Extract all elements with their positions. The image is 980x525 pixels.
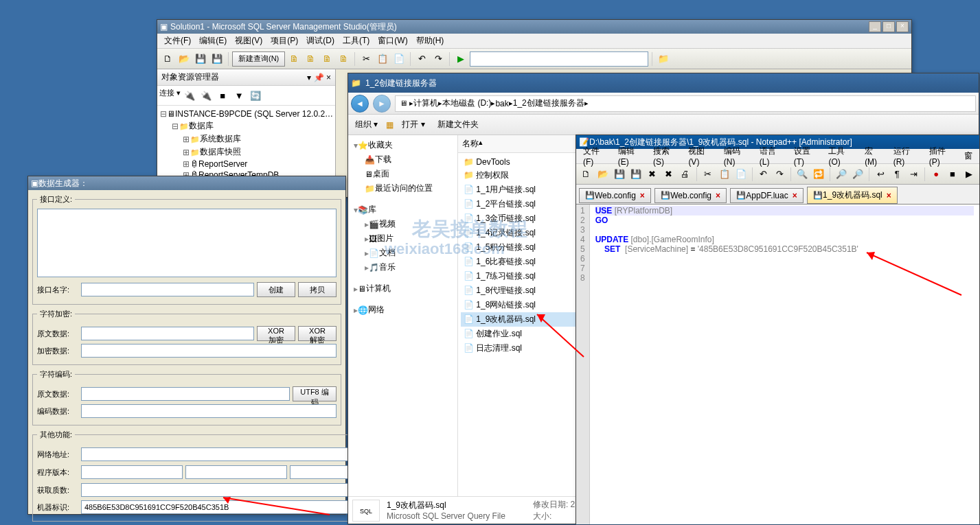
forward-button[interactable]: ► xyxy=(373,95,391,113)
npp-macro-play-icon[interactable]: ▶ xyxy=(961,167,977,182)
open-button[interactable]: 打开 ▾ xyxy=(398,117,429,132)
menu-edit[interactable]: 编辑(E) xyxy=(195,34,231,48)
sidebar-recent[interactable]: 📁 最近访问的位置 xyxy=(351,181,455,196)
npp-menu-encoding[interactable]: 编码(N) xyxy=(720,144,755,168)
copy-button[interactable]: 📋 xyxy=(375,51,390,67)
folder-button[interactable]: 📁 xyxy=(656,51,671,67)
open-button[interactable]: 📂 xyxy=(176,51,192,67)
connect-dropdown[interactable]: 连接 ▾ xyxy=(159,88,181,103)
npp-menu-view[interactable]: 视图(V) xyxy=(684,144,719,168)
breadcrumb[interactable]: 🖥 ▸ 计算机 ▸ 本地磁盘 (D:) ▸ bak ▸ 1_2创建链接服务器 ▸ xyxy=(395,95,976,112)
sidebar-downloads[interactable]: 📥 下载 xyxy=(351,152,455,167)
npp-menu-language[interactable]: 语言(L) xyxy=(755,144,790,168)
oe-filter-icon[interactable]: ▼ xyxy=(231,88,247,103)
npp-paste-icon[interactable]: 📄 xyxy=(733,167,749,182)
npp-menu-settings[interactable]: 设置(T) xyxy=(790,144,825,168)
npp-close-icon[interactable]: ✖ xyxy=(645,167,660,182)
redo-button[interactable]: ↷ xyxy=(431,51,446,67)
npp-menu-file[interactable]: 文件(F) xyxy=(579,144,614,168)
npp-menu-tools[interactable]: 工具(O) xyxy=(824,144,861,168)
npp-wrap-icon[interactable]: ↩ xyxy=(873,167,888,182)
xor-enc-button[interactable]: XOR 加密 xyxy=(257,326,295,341)
db-query-icon-2[interactable]: 🗎 xyxy=(303,51,318,67)
tab-close-icon[interactable]: × xyxy=(640,191,645,200)
ver-input-2[interactable] xyxy=(185,465,287,479)
npp-tab-appdf[interactable]: 💾 AppDF.luac× xyxy=(730,188,803,203)
undo-button[interactable]: ↶ xyxy=(414,51,429,67)
menu-help[interactable]: 帮助(H) xyxy=(412,34,448,48)
npp-menu-search[interactable]: 搜索(S) xyxy=(649,144,684,168)
npp-zoom-in-icon[interactable]: 🔎 xyxy=(834,167,849,182)
npp-tab-sql[interactable]: 💾 1_9改机器码.sql× xyxy=(807,187,898,204)
ssms-combo[interactable] xyxy=(470,51,648,67)
npp-zoom-out-icon[interactable]: 🔎 xyxy=(850,167,865,182)
npp-open-icon[interactable]: 📂 xyxy=(595,167,611,182)
npp-chars-icon[interactable]: ¶ xyxy=(889,167,904,182)
enc-data-input[interactable] xyxy=(81,344,337,358)
db-query-icon[interactable]: 🗎 xyxy=(286,51,301,67)
db-item-snapshot[interactable]: ⊞数据库快照 xyxy=(160,145,332,159)
computer-node[interactable]: ▸🖥 计算机 xyxy=(351,281,455,296)
npp-print-icon[interactable]: 🖨 xyxy=(678,167,693,182)
oe-stop-icon[interactable]: ■ xyxy=(215,88,230,103)
network-node[interactable]: ▸🌐 网络 xyxy=(351,303,455,317)
npp-cut-icon[interactable]: ✂ xyxy=(700,167,716,182)
npp-tab-webconfig2[interactable]: 💾 Web.config× xyxy=(654,188,727,203)
oe-refresh-icon[interactable]: 🔄 xyxy=(248,88,263,103)
sidebar-videos[interactable]: ▸🎬 视频 xyxy=(351,217,455,231)
ver-input-1[interactable] xyxy=(81,465,183,479)
interface-def-text[interactable] xyxy=(37,209,337,277)
close-button[interactable]: × xyxy=(896,21,909,32)
npp-redo-icon[interactable]: ↷ xyxy=(772,167,787,182)
menu-debug[interactable]: 调试(D) xyxy=(302,34,339,48)
sidebar-documents[interactable]: ▸📄 文档 xyxy=(351,246,455,260)
server-node[interactable]: ⊟🖥 INSTANCE-B9PCDE (SQL Server 12.0.2… xyxy=(160,108,332,119)
tab-close-icon[interactable]: × xyxy=(716,191,720,200)
menu-window[interactable]: 窗口(W) xyxy=(374,34,411,48)
tab-close-icon[interactable]: × xyxy=(793,191,797,200)
panel-pin-icon[interactable]: ▾ 📌 × xyxy=(307,73,331,82)
sidebar-music[interactable]: ▸🎵 音乐 xyxy=(351,260,455,275)
databases-node[interactable]: ⊟数据库 xyxy=(160,119,332,132)
new-project-button[interactable]: 🗋 xyxy=(160,51,175,67)
favorites-node[interactable]: ▾⭐ 收藏夹 xyxy=(351,138,455,152)
npp-tab-webconfig1[interactable]: 💾 Web.config× xyxy=(579,188,651,203)
plain-input[interactable] xyxy=(81,327,254,340)
copy-button[interactable]: 拷贝 xyxy=(298,282,337,297)
new-folder-button[interactable]: 新建文件夹 xyxy=(433,117,483,132)
db-query-icon-3[interactable]: 🗎 xyxy=(319,51,334,67)
db-query-icon-4[interactable]: 🗎 xyxy=(336,51,351,67)
npp-find-icon[interactable]: 🔍 xyxy=(795,167,810,182)
db-item-reportserver[interactable]: ⊞🛢 ReportServer xyxy=(160,159,332,170)
interface-name-input[interactable] xyxy=(81,283,254,296)
ssms-titlebar[interactable]: ▣ Solution1 - Microsoft SQL Server Manag… xyxy=(157,20,911,34)
tab-close-icon[interactable]: × xyxy=(887,191,891,200)
run-button[interactable]: ▶ xyxy=(453,51,468,67)
menu-file[interactable]: 文件(F) xyxy=(160,34,195,48)
db-item-sys[interactable]: ⊞系统数据库 xyxy=(160,132,332,145)
sidebar-pictures[interactable]: ▸🖼 图片 xyxy=(351,231,455,246)
npp-menu-macro[interactable]: 宏(M) xyxy=(861,144,889,168)
npp-new-icon[interactable]: 🗋 xyxy=(579,167,594,182)
back-button[interactable]: ◄ xyxy=(351,95,369,113)
libraries-node[interactable]: ▾📚 库 xyxy=(351,202,455,217)
npp-closeall-icon[interactable]: ✖ xyxy=(661,167,676,182)
oe-connect-icon[interactable]: 🔌 xyxy=(182,88,197,103)
sidebar-desktop[interactable]: 🖥 桌面 xyxy=(351,167,455,181)
paste-button[interactable]: 📄 xyxy=(391,51,407,67)
minimize-button[interactable]: _ xyxy=(869,21,881,32)
encode-plain-input[interactable] xyxy=(81,387,290,401)
datagen-titlebar[interactable]: ▣ 数据生成器： xyxy=(28,176,345,190)
npp-menu-edit[interactable]: 编辑(E) xyxy=(614,144,649,168)
cut-button[interactable]: ✂ xyxy=(358,51,374,67)
menu-project[interactable]: 项目(P) xyxy=(266,34,302,48)
npp-save-icon[interactable]: 💾 xyxy=(612,167,627,182)
npp-macro-rec-icon[interactable]: ● xyxy=(928,167,944,182)
utf8-button[interactable]: UTF8 编码 xyxy=(293,386,337,401)
menu-view[interactable]: 视图(V) xyxy=(231,34,266,48)
npp-menu-window[interactable]: 窗 xyxy=(960,149,977,163)
create-button[interactable]: 创建 xyxy=(257,282,295,297)
npp-copy-icon[interactable]: 📋 xyxy=(717,167,732,182)
npp-replace-icon[interactable]: 🔁 xyxy=(811,167,826,182)
npp-editor[interactable]: 12345678 USE [RYPlatformDB] GO UPDATE [d… xyxy=(576,205,979,524)
